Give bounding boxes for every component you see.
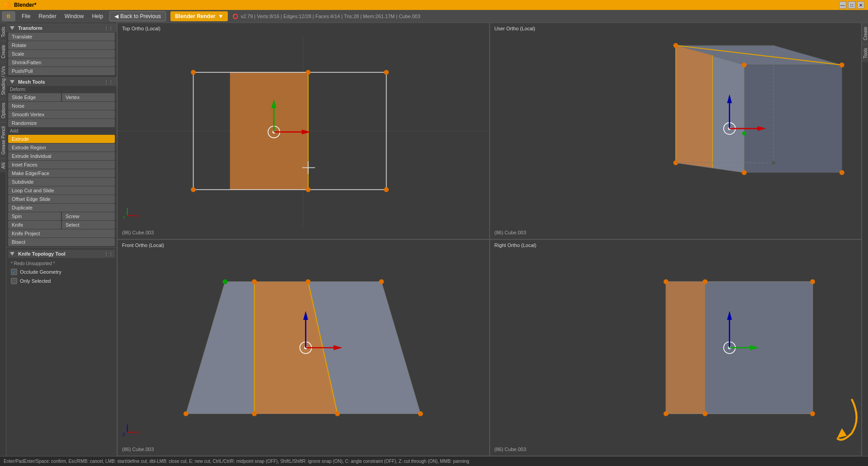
subdivide-button[interactable]: Subdivide (8, 178, 115, 186)
left-panel: Transform ⋮⋮ Translate Rotate Scale Shri… (6, 23, 117, 456)
viewport-right-svg: Z (490, 240, 862, 456)
back-to-previous-button[interactable]: ◀ Back to Previous (109, 11, 166, 21)
close-button[interactable]: ✕ (857, 1, 864, 9)
svg-point-62 (252, 411, 257, 416)
add-label: Add: (6, 128, 117, 134)
svg-point-32 (673, 43, 678, 48)
rotate-button[interactable]: Rotate (8, 41, 115, 49)
translate-button[interactable]: Translate (8, 33, 115, 41)
extrude-button[interactable]: Extrude (8, 135, 115, 143)
tab-create[interactable]: Create (0, 41, 6, 62)
mesh-tools-section: Mesh Tools ⋮⋮ Deform: Slide Edge Vertex … (6, 76, 117, 247)
info-bar: ⭕ v2.79 | Verts:8/16 | Edges:12/28 | Fac… (232, 14, 420, 19)
statusbar: Enter/PadEnter/Space: confirm, Esc/RMB: … (0, 456, 868, 466)
viewport-user-ortho[interactable]: User Ortho (Local) (490, 23, 862, 239)
statusbar-text: Enter/PadEnter/Space: confirm, Esc/RMB: … (4, 459, 469, 464)
svg-point-58 (184, 411, 189, 416)
vertex-button[interactable]: Vertex (62, 93, 115, 101)
minimize-button[interactable]: — (839, 1, 846, 9)
only-selected-row[interactable]: Only Selected (11, 276, 112, 285)
mesh-tools-header[interactable]: Mesh Tools ⋮⋮ (6, 77, 117, 86)
viewport-right-ortho[interactable]: Right Ortho (Local) (490, 239, 862, 456)
svg-point-6 (191, 70, 196, 75)
svg-point-59 (418, 411, 423, 416)
knife-topology-collapse-icon (10, 252, 14, 256)
svg-marker-28 (675, 45, 712, 167)
blender-logo: 🔶 (4, 1, 11, 9)
tab-right-create[interactable]: Create (862, 23, 868, 44)
make-edge-face-button[interactable]: Make Edge/Face (8, 169, 115, 177)
knife-project-button[interactable]: Knife Project (8, 229, 115, 238)
svg-point-9 (384, 187, 389, 192)
svg-point-46 (742, 132, 746, 136)
select-button[interactable]: Select (62, 221, 115, 229)
offset-edge-slide-button[interactable]: Offset Edge Slide (8, 195, 115, 203)
menu-window[interactable]: Window (61, 11, 88, 21)
svg-point-36 (741, 62, 746, 67)
svg-text:X: X (136, 214, 139, 219)
back-to-previous-label: Back to Previous (120, 13, 161, 19)
titlebar-controls: — □ ✕ (839, 1, 864, 9)
scale-button[interactable]: Scale (8, 50, 115, 58)
menubar: B File Render Window Help ◀ Back to Prev… (0, 10, 868, 23)
tab-tools[interactable]: Tools (0, 23, 6, 41)
push-pull-button[interactable]: Push/Pull (8, 67, 115, 75)
viewport-user-svg: Y (490, 23, 862, 239)
viewport-top-ortho[interactable]: Top Ortho (Local) (117, 23, 490, 239)
svg-rect-3 (230, 72, 308, 190)
svg-point-37 (741, 170, 746, 175)
mesh-tools-label: Mesh Tools (18, 79, 45, 85)
spin-screw-row: Spin Screw (8, 212, 115, 220)
bisect-button[interactable]: Bisect (8, 238, 115, 246)
viewport-front-ortho[interactable]: Front Ortho (Local) (117, 239, 490, 456)
extrude-individual-button[interactable]: Extrude Individual (8, 152, 115, 160)
shrink-fatten-button[interactable]: Shrink/Fatten (8, 58, 115, 67)
svg-marker-25 (744, 65, 842, 173)
tab-shading-uvs[interactable]: Shading / UVs (0, 62, 6, 99)
screw-button[interactable]: Screw (62, 212, 115, 220)
occlude-geometry-row[interactable]: Occlude Geometry (11, 267, 112, 276)
svg-rect-76 (666, 282, 705, 414)
loop-cut-slide-button[interactable]: Loop Cut and Slide (8, 186, 115, 195)
svg-point-77 (663, 279, 668, 284)
menu-file[interactable]: File (18, 11, 34, 21)
extrude-region-button[interactable]: Extrude Region (8, 143, 115, 152)
tab-options[interactable]: Options (0, 99, 6, 122)
blender-logo-menu: B (2, 11, 15, 21)
only-selected-label: Only Selected (20, 278, 51, 284)
viewport-front-svg: Z X (118, 240, 489, 456)
svg-point-8 (191, 187, 196, 192)
tab-an[interactable]: AN (0, 158, 6, 172)
right-side-tabs: Create Tools (862, 23, 868, 456)
main-layout: Tools Create Shading / UVs Options Greas… (0, 23, 868, 456)
render-engine-chevron: ▼ (218, 13, 223, 19)
randomize-button[interactable]: Randomize (8, 119, 115, 127)
slide-edge-button[interactable]: Slide Edge (8, 93, 61, 101)
version-info: v2.79 | Verts:8/16 | Edges:12/28 | Faces… (241, 14, 420, 19)
smooth-vertex-button[interactable]: Smooth Vertex (8, 110, 115, 119)
tab-right-tools[interactable]: Tools (862, 44, 868, 62)
inset-faces-button[interactable]: Inset Faces (8, 161, 115, 169)
spin-button[interactable]: Spin (8, 212, 61, 220)
maximize-button[interactable]: □ (848, 1, 855, 9)
transform-collapse-icon (10, 26, 14, 30)
noise-button[interactable]: Noise (8, 102, 115, 110)
svg-text:X: X (136, 430, 139, 435)
left-side-tabs: Tools Create Shading / UVs Options Greas… (0, 23, 6, 456)
knife-topology-label: Knife Topology Tool (18, 251, 66, 257)
occlude-geometry-checkbox[interactable] (11, 269, 17, 275)
render-engine-selector[interactable]: Blender Render ▼ (170, 11, 228, 21)
svg-point-33 (839, 62, 844, 67)
tab-grease-pencil[interactable]: Grease Pencil (0, 122, 6, 158)
knife-select-row: Knife Select (8, 221, 115, 229)
transform-header[interactable]: Transform ⋮⋮ (6, 24, 117, 32)
knife-topology-header[interactable]: Knife Topology Tool ⋮⋮ (8, 250, 115, 258)
svg-point-57 (379, 279, 384, 284)
knife-button[interactable]: Knife (8, 221, 61, 229)
only-selected-checkbox[interactable] (11, 278, 17, 284)
menu-help[interactable]: Help (88, 11, 107, 21)
duplicate-button[interactable]: Duplicate (8, 204, 115, 212)
viewport-top-svg: Y X (118, 23, 489, 239)
menu-render[interactable]: Render (35, 11, 60, 21)
svg-point-7 (384, 70, 389, 75)
